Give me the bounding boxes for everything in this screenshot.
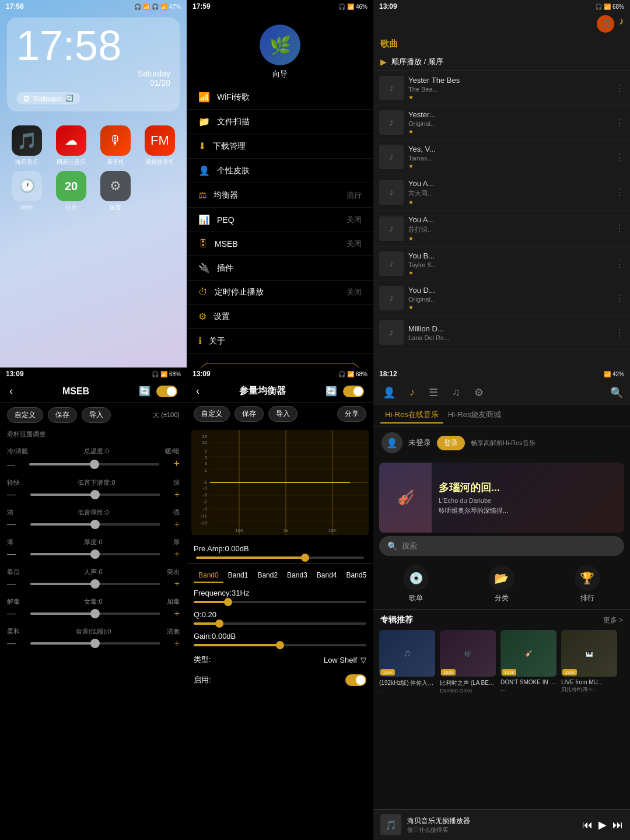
hires-action-category[interactable]: 📂 分类 — [489, 565, 514, 603]
album-item-1[interactable]: 🎼 192k 比利时之声 (LA BELGIQUE) Damien Goko — [440, 630, 496, 694]
mseb-save-btn[interactable]: 保存 — [48, 407, 77, 423]
band-tab-3[interactable]: Band3 — [282, 569, 312, 583]
peq-back-button[interactable]: ‹ — [196, 385, 200, 397]
song-more-0[interactable]: ⋮ — [615, 83, 624, 94]
band-tab-4[interactable]: Band4 — [312, 569, 342, 583]
slider5-plus[interactable]: + — [174, 608, 180, 619]
mseb-custom-btn[interactable]: 自定义 — [7, 407, 43, 423]
slider2-minus[interactable]: — — [7, 519, 16, 530]
slider0-plus[interactable]: + — [173, 458, 180, 470]
song-more-2[interactable]: ⋮ — [615, 152, 624, 163]
peq-refresh-icon[interactable]: 🔄 — [326, 386, 337, 397]
peq-toggle[interactable] — [343, 386, 364, 397]
song-item-4[interactable]: ♪ You A... 苏打绿... ★ ⋮ — [373, 211, 630, 247]
slider4-plus[interactable]: + — [174, 579, 180, 589]
band-tab-5[interactable]: Band5 — [342, 569, 372, 583]
peq-save-btn[interactable]: 保存 — [235, 406, 264, 422]
mseb-toggle[interactable] — [156, 386, 177, 397]
app-netease[interactable]: ☁ 网易云音乐 — [51, 125, 91, 166]
peq-share-btn[interactable]: 分享 — [337, 406, 366, 422]
band-tab-0[interactable]: Band0 — [194, 569, 223, 583]
slider4-minus[interactable]: — — [7, 579, 16, 589]
slider3-plus[interactable]: + — [174, 549, 180, 559]
menu-item-peq[interactable]: 📊 PEQ 关闭 — [187, 208, 373, 232]
hires-action-playlist[interactable]: 💿 歌单 — [403, 565, 429, 603]
song-more-5[interactable]: ⋮ — [615, 258, 624, 270]
menu-item-mseb[interactable]: 🎛 MSEB 关闭 — [187, 232, 373, 256]
app-haibei[interactable]: 🎵 海贝音乐 — [7, 125, 47, 166]
hires-banner[interactable]: 🎻 多瑙河的回... L'Echo du Danube 聆听维奥尔琴的深情描..… — [379, 463, 624, 533]
hires-tab-radio[interactable]: ♫ — [450, 384, 463, 401]
slider1-minus[interactable]: — — [7, 489, 16, 500]
slider0-minus[interactable]: — — [7, 460, 15, 469]
gain-slider[interactable] — [194, 644, 366, 646]
player-prev-button[interactable]: ⏮ — [582, 819, 593, 831]
app-radio[interactable]: FM 调频收音机 — [140, 125, 180, 166]
hires-action-chart[interactable]: 🏆 排行 — [575, 565, 600, 603]
song-more-4[interactable]: ⋮ — [615, 223, 624, 234]
hires-search-bar[interactable]: 🔍 搜索 — [379, 536, 624, 556]
menu-item-timer[interactable]: ⏱ 定时停止播放 关闭 — [187, 281, 373, 304]
wallpaper-button[interactable]: 🖼 Wallpaper 🔄 — [16, 92, 80, 104]
hires-tab-playlist[interactable]: ☰ — [426, 384, 440, 401]
menu-item-settings[interactable]: ⚙ 设置 — [187, 304, 373, 329]
exit-button[interactable]: 退出 — [198, 363, 362, 368]
menu-item-about[interactable]: ℹ 关于 — [187, 329, 373, 354]
album-item-0[interactable]: 🎵 192k (192kHz版) 伴你入眠: 爵贵大师精选 ... — [379, 630, 435, 694]
slider4-track[interactable] — [30, 583, 160, 585]
player-next-button[interactable]: ⏭ — [612, 819, 623, 831]
song-more-3[interactable]: ⋮ — [615, 187, 624, 198]
menu-item-wifi[interactable]: 📶 WiFi传歌 — [187, 85, 373, 110]
album-item-3[interactable]: 🎹 192k LIVE from MU... 贝扎特约四十... — [561, 630, 617, 694]
menu-item-eq[interactable]: ⚖ 均衡器 流行 — [187, 183, 373, 208]
frequency-slider[interactable] — [194, 601, 366, 603]
albums-more[interactable]: 更多 > — [603, 615, 623, 625]
app-calendar[interactable]: 20 日历 — [51, 171, 91, 212]
q-slider[interactable] — [194, 622, 366, 625]
app-clock[interactable]: 🕐 时钟 — [7, 171, 47, 212]
band-tab-1[interactable]: Band1 — [223, 569, 253, 583]
peq-custom-btn[interactable]: 自定义 — [194, 406, 230, 422]
slider1-plus[interactable]: + — [174, 489, 180, 500]
song-more-1[interactable]: ⋮ — [615, 117, 624, 128]
mseb-back-button[interactable]: ‹ — [9, 385, 13, 397]
hires-tab-profile[interactable]: 👤 — [380, 384, 398, 401]
song-item-0[interactable]: ♪ Yester The Bes The Bea... ★ ⋮ — [373, 71, 630, 106]
slider5-minus[interactable]: — — [7, 608, 16, 619]
slider0-track[interactable] — [29, 463, 159, 466]
hires-nav-shop[interactable]: Hi-Res烧友商城 — [443, 407, 506, 424]
slider6-minus[interactable]: — — [7, 638, 16, 649]
slider6-track[interactable] — [30, 642, 160, 645]
menu-item-skin[interactable]: 👤 个性皮肤 — [187, 159, 373, 183]
song-item-7[interactable]: ♪ Million D... Lana Del Re... ⋮ — [373, 316, 630, 350]
song-item-5[interactable]: ♪ You B... Taylor S... ★ ⋮ — [373, 247, 630, 281]
mseb-import-btn[interactable]: 导入 — [82, 407, 111, 423]
slider2-plus[interactable]: + — [174, 519, 180, 530]
slider2-track[interactable] — [30, 523, 160, 526]
menu-item-plugin[interactable]: 🔌 插件 — [187, 256, 373, 281]
song-item-1[interactable]: ♪ Yester... Original... ★ ⋮ — [373, 106, 630, 140]
album-item-2[interactable]: 🎸 192k DON'T SMOKE IN BED ... — [501, 630, 556, 694]
song-item-6[interactable]: ♪ You D... Original... ★ ⋮ — [373, 281, 630, 316]
mseb-refresh-icon[interactable]: 🔄 — [139, 386, 150, 397]
hires-nav-online[interactable]: Hi-Res在线音乐 — [380, 407, 443, 424]
preamp-slider[interactable] — [196, 556, 364, 559]
slider1-track[interactable] — [30, 494, 160, 496]
hires-tab-settings[interactable]: ⚙ — [472, 384, 486, 401]
app-settings[interactable]: ⚙ 设置 — [96, 171, 135, 212]
enable-toggle[interactable] — [345, 674, 366, 686]
song-item-2[interactable]: ♪ Yes, V... Tamas... ★ ⋮ — [373, 140, 630, 174]
hires-login-button[interactable]: 登录 — [437, 436, 465, 450]
hires-search-icon[interactable]: 🔍 — [610, 386, 623, 399]
band-tab-2[interactable]: Band2 — [253, 569, 282, 583]
menu-item-download[interactable]: ⬇ 下载管理 — [187, 134, 373, 159]
type-dropdown-icon[interactable]: ▽ — [360, 656, 366, 664]
hires-tab-music[interactable]: ♪ — [407, 384, 417, 401]
song-more-7[interactable]: ⋮ — [615, 327, 624, 338]
app-recorder[interactable]: 🎙 录音机 — [96, 125, 135, 166]
player-play-button[interactable]: ▶ — [598, 818, 607, 831]
song-more-6[interactable]: ⋮ — [615, 293, 624, 304]
slider6-plus[interactable]: + — [174, 638, 180, 649]
slider5-track[interactable] — [30, 612, 160, 615]
slider3-track[interactable] — [30, 553, 160, 555]
